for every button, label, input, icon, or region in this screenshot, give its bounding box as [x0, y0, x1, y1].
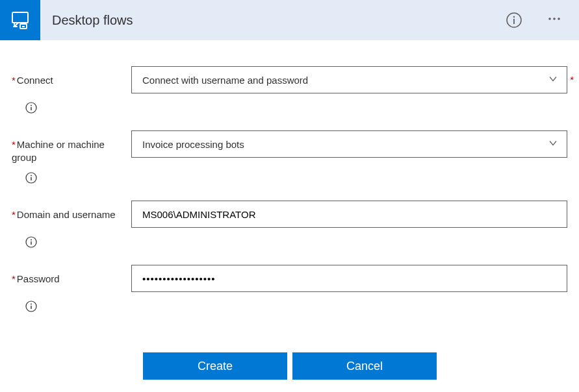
connect-dropdown[interactable]: Connect with username and password [131, 66, 567, 93]
svg-point-19 [31, 304, 32, 305]
svg-point-13 [31, 175, 32, 177]
password-label: *Password [12, 265, 131, 286]
create-button[interactable]: Create [143, 352, 287, 380]
domain-username-input[interactable] [131, 201, 567, 228]
machine-dropdown[interactable]: Invoice processing bots [131, 130, 567, 158]
header-bar: Desktop flows [0, 0, 579, 40]
machine-label: *Machine or machine group [12, 130, 131, 164]
info-icon[interactable] [505, 11, 523, 29]
connect-label: *Connect [12, 66, 131, 87]
svg-point-8 [558, 18, 560, 20]
required-indicator: * [570, 74, 574, 85]
header-title: Desktop flows [52, 13, 505, 28]
machine-help-icon[interactable] [25, 171, 38, 184]
svg-point-6 [548, 18, 551, 20]
chevron-down-icon [548, 139, 558, 150]
machine-dropdown-value: Invoice processing bots [142, 139, 244, 150]
connect-help-icon[interactable] [25, 101, 38, 114]
connect-dropdown-value: Connect with username and password [142, 75, 308, 86]
svg-point-4 [513, 16, 515, 18]
svg-point-7 [553, 18, 556, 20]
domain-label: *Domain and username [12, 201, 131, 221]
svg-rect-0 [12, 12, 28, 23]
svg-point-16 [31, 239, 32, 241]
connector-icon [0, 0, 40, 40]
form-area: *Connect Connect with username and passw… [0, 40, 579, 380]
footer-actions: Create Cancel [12, 352, 567, 380]
svg-point-10 [31, 105, 32, 106]
domain-help-icon[interactable] [25, 236, 38, 249]
more-options-button[interactable] [543, 7, 566, 34]
password-input[interactable] [131, 265, 567, 292]
chevron-down-icon [548, 75, 558, 86]
password-help-icon[interactable] [25, 300, 38, 313]
cancel-button[interactable]: Cancel [292, 352, 437, 380]
